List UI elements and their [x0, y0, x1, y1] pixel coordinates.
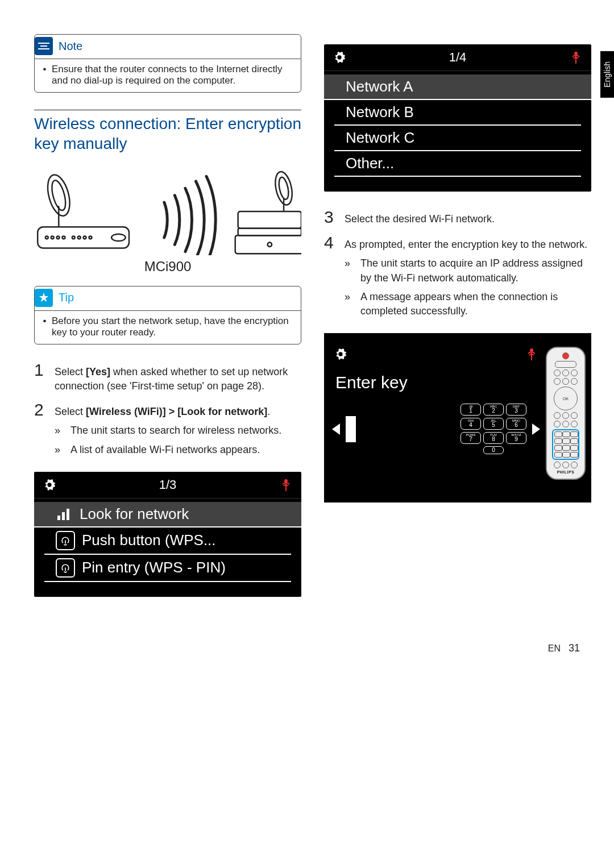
signal-bars-icon	[56, 505, 73, 522]
nav-left-icon[interactable]	[332, 423, 340, 435]
remote-keypad-highlight	[552, 429, 579, 460]
menu-item-wps-pin[interactable]: Pin entry (WPS - PIN)	[44, 555, 291, 582]
svg-point-31	[530, 349, 533, 351]
enter-key-input-row[interactable]: .@1 ABC2 DEF3 GHI4 JKL5 MNO6 PQRS7 TUV8 …	[330, 404, 542, 454]
device-label: MCi900	[34, 259, 301, 275]
tip-body: Before you start the network setup, have…	[52, 315, 293, 338]
wifi-method-screen: 1/3 Look for network Push button (WPS...…	[34, 472, 301, 597]
svg-rect-27	[67, 509, 69, 520]
gear-icon	[332, 50, 347, 65]
page-footer: EN 31	[0, 637, 614, 671]
wifi-signal-icon	[279, 477, 293, 492]
svg-point-15	[111, 234, 126, 241]
network-label: Network B	[346, 103, 414, 121]
enter-key-screen: Enter key .@1 ABC2 DEF3 GHI4 JKL5 MNO6 P…	[324, 333, 591, 502]
svg-point-12	[78, 236, 81, 239]
step-number: 4	[324, 234, 337, 323]
left-column: Note Ensure that the router connects to …	[34, 34, 301, 614]
network-label: Other...	[346, 155, 394, 172]
keypad-key[interactable]: GHI4	[460, 418, 481, 430]
wifi-signal-icon	[524, 347, 539, 362]
wps-icon	[56, 531, 75, 550]
connection-diagram	[34, 164, 301, 255]
step-number: 2	[34, 401, 47, 462]
menu-item-label: Look for network	[80, 505, 189, 523]
steps-right: 3 Select the desired Wi-Fi network. 4 As…	[324, 209, 591, 323]
menu-item-wps-push[interactable]: Push button (WPS...	[44, 528, 291, 555]
svg-point-9	[57, 236, 60, 239]
svg-point-10	[62, 236, 65, 239]
step-body: Select [Yes] when asked whether to set u…	[55, 362, 301, 393]
svg-point-11	[72, 236, 75, 239]
svg-rect-19	[238, 211, 301, 229]
svg-rect-26	[62, 512, 65, 520]
keypad-key[interactable]: WXYZ9	[506, 432, 526, 444]
note-body: Ensure that the router connects to the I…	[52, 64, 293, 86]
tip-callout: Tip Before you start the network setup, …	[34, 286, 301, 344]
result-arrow-icon: »	[345, 256, 355, 285]
svg-point-14	[89, 236, 92, 239]
screen-counter: 1/4	[347, 50, 569, 65]
svg-point-24	[285, 480, 287, 482]
network-item-other[interactable]: Other...	[334, 151, 581, 177]
svg-point-7	[45, 236, 48, 239]
menu-item-look-for-network[interactable]: Look for network	[34, 502, 301, 528]
svg-rect-0	[38, 43, 49, 44]
enter-key-title: Enter key	[330, 373, 542, 392]
result-arrow-icon: »	[345, 290, 355, 318]
keypad-key[interactable]: TUV8	[483, 432, 504, 444]
network-list-screen: 1/4 Network A Network B Network C Other.…	[324, 44, 591, 192]
network-label: Network C	[346, 129, 414, 147]
nav-right-icon[interactable]	[532, 423, 540, 435]
note-callout: Note Ensure that the router connects to …	[34, 34, 301, 93]
keypad-key[interactable]: PQRS7	[460, 432, 481, 444]
svg-point-16	[277, 176, 291, 200]
keypad-key[interactable]: .@1	[460, 404, 481, 416]
network-item-b[interactable]: Network B	[334, 100, 581, 126]
step-number: 3	[324, 209, 337, 226]
language-tab: English	[600, 51, 614, 98]
svg-point-13	[84, 236, 86, 239]
gear-icon	[333, 347, 348, 362]
keypad-key[interactable]: JKL5	[483, 418, 504, 430]
footer-page-number: 31	[569, 642, 580, 654]
wps-icon	[56, 558, 75, 578]
remote-brand: PHILIPS	[557, 470, 575, 474]
screen-counter: 1/3	[57, 477, 279, 492]
svg-rect-20	[238, 229, 301, 235]
menu-item-label: Pin entry (WPS - PIN)	[82, 559, 226, 576]
step-body: As prompted, enter the encryption key to…	[345, 234, 591, 323]
tip-icon	[35, 289, 53, 307]
network-item-a[interactable]: Network A	[324, 74, 591, 100]
keypad-key[interactable]: DEF3	[506, 404, 526, 416]
gear-icon	[42, 477, 57, 492]
svg-point-22	[268, 243, 272, 247]
svg-point-29	[575, 52, 577, 55]
svg-rect-21	[235, 235, 301, 254]
step-body: Select [Wireless (WiFi)] > [Look for net…	[55, 401, 301, 462]
text-cursor	[346, 416, 356, 442]
svg-rect-25	[57, 516, 60, 520]
onscreen-keypad[interactable]: .@1 ABC2 DEF3 GHI4 JKL5 MNO6 PQRS7 TUV8 …	[460, 404, 526, 454]
router-svg	[34, 164, 301, 255]
network-label: Network A	[346, 78, 413, 95]
result-arrow-icon: »	[55, 443, 65, 457]
network-item-c[interactable]: Network C	[334, 126, 581, 151]
keypad-key[interactable]: 0	[483, 446, 504, 455]
wifi-signal-icon	[569, 50, 583, 65]
remote-control-illustration: OK PHILIPS	[546, 347, 586, 480]
keypad-key[interactable]: ABC2	[483, 404, 504, 416]
result-arrow-icon: »	[55, 423, 65, 438]
step-body: Select the desired Wi-Fi network.	[345, 209, 591, 226]
svg-rect-1	[38, 48, 49, 49]
keypad-key[interactable]: MNO6	[506, 418, 526, 430]
menu-item-label: Push button (WPS...	[82, 531, 216, 549]
right-column: 1/4 Network A Network B Network C Other.…	[324, 34, 591, 614]
steps-left: 1 Select [Yes] when asked whether to set…	[34, 362, 301, 462]
svg-point-8	[51, 236, 54, 239]
svg-rect-2	[40, 45, 47, 47]
note-title: Note	[59, 40, 82, 53]
footer-language: EN	[548, 643, 561, 654]
section-heading: Wireless connection: Enter encryption ke…	[34, 110, 301, 153]
tip-title: Tip	[59, 291, 74, 304]
